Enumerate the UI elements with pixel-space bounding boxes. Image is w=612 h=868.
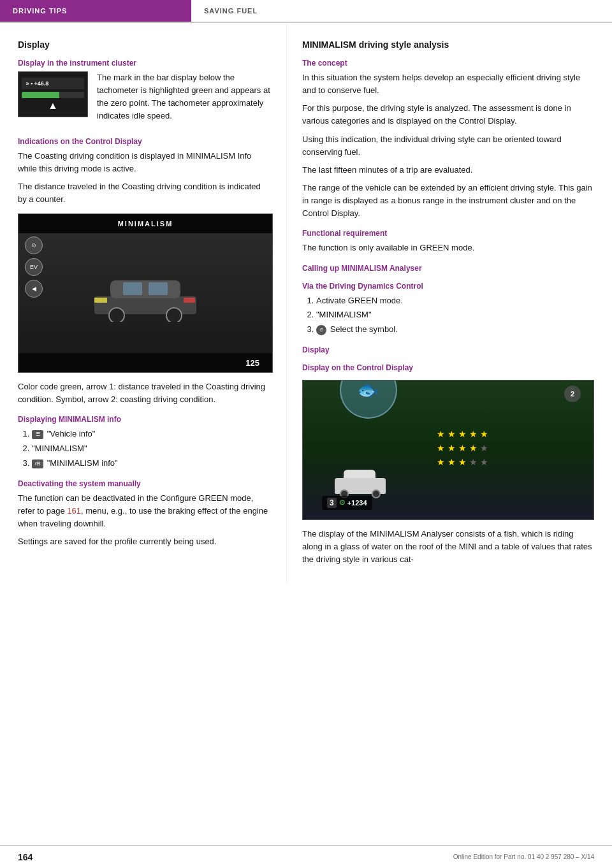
concept-p3: Using this indication, the individual dr… (302, 133, 594, 159)
concept-p1: In this situation the system helps devel… (302, 71, 594, 97)
svg-rect-5 (149, 282, 168, 295)
display-step-1: ☰ "Vehicle info" (32, 428, 271, 441)
page-link[interactable]: 161 (67, 506, 81, 516)
header-saving-fuel: SAVING FUEL (191, 0, 612, 22)
ctrl-btn-3: ◀ (25, 280, 43, 298)
deactivating-p1: The function can be deactivated in the C… (18, 492, 271, 530)
cluster-description: The mark in the bar display below the ta… (97, 71, 271, 123)
page-header: DRIVING TIPS SAVING FUEL (0, 0, 612, 23)
via-subtitle: Via the Driving Dynamics Control (302, 282, 594, 291)
badge-value: +1234 (347, 499, 367, 507)
badge-number: 3 (327, 498, 337, 508)
concept-p2: For this purpose, the driving style is a… (302, 102, 594, 127)
concept-subtitle: The concept (302, 59, 594, 68)
star-2-1: ★ (437, 443, 445, 453)
star-1-3: ★ (458, 429, 467, 439)
minimalism-info-icon: /⊟ (32, 459, 43, 468)
ctrl-btn-2: EV (25, 258, 43, 276)
via-step-2: "MINIMALISM" (316, 308, 594, 322)
indications-subtitle: Indications on the Control Display (18, 137, 271, 146)
star-2-2: ★ (448, 443, 456, 453)
car-wheel-right (372, 489, 381, 498)
svg-rect-7 (184, 298, 195, 303)
main-content: Display Display in the instrument cluste… (0, 23, 612, 584)
cluster-value-text: » ▪ +46.8 (26, 80, 48, 87)
cluster-image: » ▪ +46.8 ▲ (18, 71, 88, 117)
star-1-1: ★ (437, 429, 445, 439)
analyser-badge: 3 ⊙ +1234 (322, 496, 372, 510)
minimalism-section-title: MINIMALISM driving style analysis (302, 40, 594, 50)
star-2-4: ★ (469, 443, 477, 453)
display-steps-list: ☰ "Vehicle info" "MINIMALISM" /⊟ "MINIMA… (18, 428, 271, 470)
page-footer: 164 Online Edition for Part no. 01 40 2 … (0, 845, 612, 868)
footer-online-edition: Online Edition for Part no. 01 40 2 957 … (453, 853, 594, 860)
via-step-1: Activate GREEN mode. (316, 294, 594, 308)
screenshot-bottombar: 125 (18, 353, 272, 372)
car-silhouette-svg (88, 264, 203, 322)
star-3-4-empty: ★ (469, 457, 477, 467)
analyser-car (335, 472, 386, 494)
fish-icon: 🐟 (357, 380, 379, 401)
svg-point-3 (166, 308, 182, 322)
screenshot-car-area (18, 233, 272, 353)
vehicle-info-icon: ☰ (32, 430, 43, 439)
display-step-3: /⊟ "MINIMALISM info" (32, 457, 271, 470)
star-3-3: ★ (458, 457, 467, 467)
badge-value-icon: ⊙ (339, 498, 345, 507)
star-3-5-empty: ★ (480, 457, 488, 467)
svg-rect-4 (123, 282, 142, 295)
concept-p4: The last fifteen minutes of a trip are e… (302, 164, 594, 177)
display-on-control-subtitle: Display on the Control Display (302, 363, 594, 372)
via-step-3: ⊙ Select the symbol. (316, 323, 594, 336)
star-1-5: ★ (480, 429, 488, 439)
calling-subtitle: Calling up MINIMALISM Analyser (302, 264, 594, 273)
star-3-1: ★ (437, 457, 445, 467)
svg-rect-1 (110, 280, 180, 298)
caption-p1: Color code green, arrow 1: distance trav… (18, 380, 271, 406)
deactivating-p2: Settings are saved for the profile curre… (18, 535, 271, 548)
star-1-4: ★ (469, 429, 477, 439)
deactivating-subtitle: Deactivating the system manually (18, 479, 271, 488)
ctrl-btn-1: ⊙ (25, 236, 43, 254)
displaying-minimalism-subtitle: Displaying MINIMALISM info (18, 415, 271, 424)
star-2-3: ★ (458, 443, 467, 453)
instrument-cluster-subtitle: Display in the instrument cluster (18, 59, 271, 68)
star-2-5-empty: ★ (480, 443, 488, 453)
display-section-title: Display (18, 40, 271, 50)
page-number: 164 (18, 852, 33, 862)
functional-p1: The function is only available in GREEN … (302, 242, 594, 254)
functional-subtitle: Functional requirement (302, 229, 594, 238)
cluster-bar-fill (22, 92, 59, 98)
analyser-top-badge: 2 (564, 386, 581, 402)
display-right-subtitle: Display (302, 345, 594, 354)
star-row-1: ★ ★ ★ ★ ★ (437, 429, 584, 439)
display-step-2: "MINIMALISM" (32, 442, 271, 456)
indications-p2: The distance traveled in the Coasting dr… (18, 180, 271, 206)
star-row-2: ★ ★ ★ ★ ★ (437, 443, 584, 453)
star-1-2: ★ (448, 429, 456, 439)
analyser-caption: The display of the MINIMALISM Analyser c… (302, 528, 594, 566)
right-column: MINIMALISM driving style analysis The co… (287, 23, 612, 584)
screenshot-topbar: MINIMALISM (18, 214, 272, 233)
car-body (335, 478, 386, 494)
star-3-2: ★ (448, 457, 456, 467)
minimalism-screenshot: MINIMALISM ⊙ EV (18, 213, 273, 373)
analyser-display: 🐟 2 ★ (302, 380, 594, 520)
screenshot-controls: ⊙ EV ◀ (25, 236, 43, 298)
indications-p1: The Coasting driving condition is displa… (18, 150, 271, 175)
svg-rect-6 (94, 298, 107, 303)
cluster-arrow-icon: ▲ (48, 101, 58, 111)
fish-bowl: 🐟 (340, 380, 397, 419)
cluster-bar (22, 92, 84, 98)
via-steps-list: Activate GREEN mode. "MINIMALISM" ⊙ Sele… (302, 294, 594, 336)
select-symbol-icon: ⊙ (316, 325, 326, 335)
left-column: Display Display in the instrument cluste… (0, 23, 287, 584)
header-driving-tips: DRIVING TIPS (0, 0, 191, 22)
screenshot-inner: MINIMALISM ⊙ EV (18, 214, 272, 372)
star-row-3: ★ ★ ★ ★ ★ (437, 457, 584, 467)
svg-point-2 (109, 308, 124, 322)
concept-p5: The range of the vehicle can be extended… (302, 182, 594, 220)
instrument-cluster-row: » ▪ +46.8 ▲ The mark in the bar display … (18, 71, 271, 128)
